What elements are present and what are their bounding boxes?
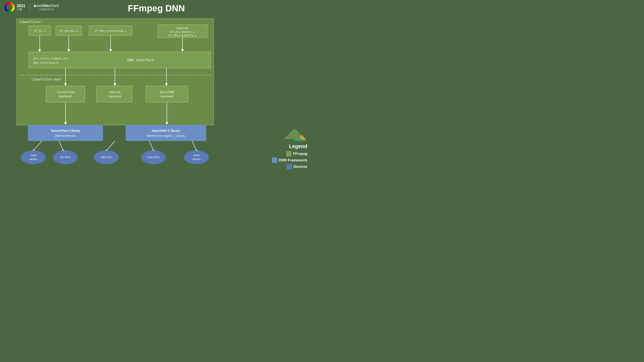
arrow-ov-moredev bbox=[192, 141, 196, 151]
arrow-tf-nvgpu bbox=[59, 141, 63, 151]
ov-lib-label2: (libinference_engine_c_api.so) bbox=[147, 134, 185, 137]
brand-area: ▶iveVideoStack 音视频技术社区 bbox=[34, 4, 59, 11]
legend-color-ffmpeg bbox=[286, 151, 292, 156]
more-device-left-ellipse bbox=[21, 150, 46, 164]
legend-label-ffmpeg: FFmpeg bbox=[293, 152, 307, 156]
native-backend-label2: backend bbox=[109, 95, 121, 98]
dnn-interface-label: DNN interface bbox=[127, 58, 154, 62]
legend-label-devices: Devices bbox=[294, 165, 307, 169]
legend-item-dnn: DNN Framework bbox=[272, 157, 307, 163]
legend-item-ffmpeg: FFmpeg bbox=[272, 151, 307, 156]
nv-gpu-label: NV GPU bbox=[60, 156, 71, 159]
vf-sr-label: vf_sr.c bbox=[34, 29, 46, 33]
more-device-left-label1: more bbox=[30, 154, 36, 157]
city-text: 上海 bbox=[17, 8, 25, 11]
page-title: FFmpeg DNN bbox=[128, 3, 185, 13]
native-backend-label1: Native bbox=[110, 90, 120, 94]
dnn-section-label: libavfilter/dnn/ bbox=[31, 78, 62, 81]
ov-lib-label1: OpenVINO C library bbox=[152, 129, 180, 132]
ongoing-label: ongoing: bbox=[176, 27, 189, 30]
legend-color-devices bbox=[286, 164, 292, 169]
header: 2021 上海 ▶iveVideoStack 音视频技术社区 FFmpeg DN… bbox=[0, 0, 313, 14]
vf-dnn-detect-label: vf_dnn_detect.c bbox=[170, 30, 195, 34]
arrow-tf-moredev bbox=[33, 141, 42, 151]
tf-lib-label1: TensorFlow C library bbox=[51, 129, 80, 132]
x86-cpu-label: X86 CPU bbox=[100, 156, 112, 159]
openvino-backend-box bbox=[146, 86, 188, 102]
dnn-filter-label2: dnn_interface.h bbox=[33, 61, 58, 65]
legend-item-devices: Devices bbox=[272, 164, 307, 169]
legend-title: Legend bbox=[272, 143, 307, 149]
native-backend-box bbox=[97, 86, 132, 102]
year-city: 2021 上海 bbox=[17, 4, 25, 11]
tf-lib-box bbox=[28, 125, 103, 141]
ov-lib-box bbox=[126, 125, 206, 141]
intel-gpu-label: Intel GPU bbox=[148, 156, 160, 159]
dnn-filter-label1: dnn_filter_common.h/c bbox=[33, 57, 68, 60]
triangle-decoration bbox=[282, 127, 307, 142]
outer-label: libavfilter/ bbox=[19, 20, 42, 24]
brand-text: ▶iveVideoStack bbox=[34, 4, 59, 8]
legend: Legend FFmpeg DNN Framework Devices bbox=[272, 127, 307, 170]
legend-label-dnn: DNN Framework bbox=[279, 158, 307, 162]
diagram-svg: libavfilter/ vf_sr.c vf_derain.c vf_dnn_… bbox=[16, 18, 224, 166]
more-device-left-label2: device bbox=[29, 157, 37, 161]
tf-backend-label1: TensorFlow bbox=[56, 90, 75, 94]
arrow-x86 bbox=[106, 141, 115, 151]
tf-backend-label2: backend bbox=[59, 95, 72, 98]
vf-dnn-processing-label: vf_dnn_processing.c bbox=[95, 29, 126, 33]
tf-backend-box bbox=[46, 86, 85, 102]
openvino-backend-label2: backend bbox=[160, 95, 173, 98]
tf-lib-label2: (libtensorflow.so) bbox=[55, 134, 76, 137]
logo-icon bbox=[4, 2, 14, 12]
year-text: 2021 bbox=[17, 4, 25, 8]
logo-area: 2021 上海 ▶iveVideoStack 音视频技术社区 bbox=[4, 2, 59, 12]
brand-sub: 音视频技术社区 bbox=[34, 8, 59, 11]
vf-dnn-classify-label: vf_dnn_classify.c bbox=[168, 34, 197, 37]
more-device-right-label2: device bbox=[192, 157, 200, 161]
vf-derain-label: vf_derain.c bbox=[60, 29, 78, 33]
more-device-right-ellipse bbox=[184, 150, 209, 164]
openvino-backend-label1: OpenVINO bbox=[160, 90, 174, 94]
legend-color-dnn bbox=[272, 157, 277, 163]
more-device-right-label1: more bbox=[193, 154, 200, 157]
arrow-ov-intelgpu bbox=[149, 141, 154, 151]
